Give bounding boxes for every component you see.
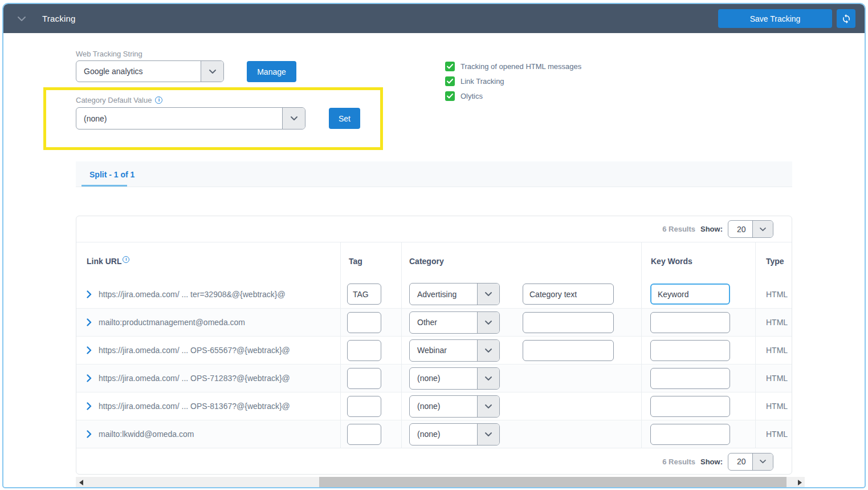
results-bar-top: 6 Results Show: 20 xyxy=(76,216,792,242)
category-text-input[interactable] xyxy=(523,284,614,305)
category-default-label-row: Category Default Value i xyxy=(76,96,162,104)
chevron-down-icon xyxy=(477,396,499,417)
tag-input[interactable] xyxy=(347,396,381,417)
show-count-select[interactable]: 20 xyxy=(728,220,773,238)
keywords-input[interactable] xyxy=(650,284,730,305)
titlebar: Tracking Save Tracking xyxy=(3,4,865,33)
column-header-category: Category xyxy=(401,242,641,280)
scroll-left-arrow[interactable] xyxy=(76,477,86,488)
expand-row-icon[interactable] xyxy=(87,290,92,298)
tag-input[interactable] xyxy=(347,284,381,305)
links-table: 6 Results Show: 20 Link URL i Tag Catego… xyxy=(76,216,792,475)
scroll-right-arrow[interactable] xyxy=(794,477,805,488)
category-default-label: Category Default Value xyxy=(76,96,152,104)
column-header-link-url: Link URL i xyxy=(76,242,340,280)
link-url-text: https://jira.omeda.com/ ... OPS-81367?@{… xyxy=(99,402,290,411)
checkmark-icon xyxy=(447,79,453,84)
link-url-text: https://jira.omeda.com/ ... ter=32908&@{… xyxy=(99,290,286,299)
category-default-select[interactable]: (none) xyxy=(76,107,305,129)
web-tracking-select-value: Google analytics xyxy=(76,61,201,82)
tag-input[interactable] xyxy=(347,340,381,361)
link-url-text: mailto:lkwidd@omeda.com xyxy=(99,430,194,439)
category-select[interactable]: Advertising xyxy=(409,283,500,305)
category-select[interactable]: Webinar xyxy=(409,339,500,362)
table-row: https://jira.omeda.com/ ... OPS-71283?@{… xyxy=(76,364,792,392)
category-select-value: (none) xyxy=(410,424,477,445)
expand-row-icon[interactable] xyxy=(87,346,92,354)
tab-split-1[interactable]: Split - 1 of 1 xyxy=(81,161,142,187)
show-label: Show: xyxy=(700,225,723,233)
split-tabbar: Split - 1 of 1 xyxy=(76,161,792,187)
tracking-options: Tracking of opened HTML messages Link Tr… xyxy=(445,62,581,101)
link-url-text: mailto:productmanagement@omeda.com xyxy=(99,318,245,327)
expand-row-icon[interactable] xyxy=(87,374,92,382)
tag-input[interactable] xyxy=(347,368,381,389)
manage-button[interactable]: Manage xyxy=(247,61,296,82)
opened-html-checkbox[interactable] xyxy=(445,62,455,71)
web-tracking-label: Web Tracking String xyxy=(76,50,142,58)
info-icon[interactable]: i xyxy=(123,256,129,263)
category-select-value: Advertising xyxy=(410,284,477,305)
keywords-input[interactable] xyxy=(650,424,730,445)
checkmark-icon xyxy=(447,94,453,99)
column-header-type: Type xyxy=(755,242,793,280)
category-select-value: (none) xyxy=(410,368,477,389)
active-tab-indicator xyxy=(81,185,127,187)
table-row: https://jira.omeda.com/ ... OPS-81367?@{… xyxy=(76,392,792,420)
info-icon[interactable]: i xyxy=(155,96,162,104)
category-select-value: Webinar xyxy=(410,340,477,361)
keywords-input[interactable] xyxy=(650,340,730,361)
row-type: HTML xyxy=(766,290,788,299)
checkbox-row-olytics: Olytics xyxy=(445,91,581,101)
checkbox-row-link-tracking: Link Tracking xyxy=(445,76,581,86)
keywords-input[interactable] xyxy=(650,396,730,417)
page-title: Tracking xyxy=(42,14,76,23)
collapse-chevron-icon[interactable] xyxy=(17,16,26,22)
titlebar-actions: Save Tracking xyxy=(718,9,855,28)
expand-row-icon[interactable] xyxy=(87,318,92,326)
chevron-down-icon xyxy=(477,312,499,333)
category-select[interactable]: Other xyxy=(409,311,500,334)
show-count-value: 20 xyxy=(728,453,752,470)
category-select[interactable]: (none) xyxy=(409,423,500,446)
chevron-down-icon xyxy=(752,221,773,237)
chevron-down-icon xyxy=(477,340,499,361)
save-tracking-button[interactable]: Save Tracking xyxy=(718,9,832,28)
checkbox-row-opened-html: Tracking of opened HTML messages xyxy=(445,62,581,71)
keywords-input[interactable] xyxy=(650,312,730,333)
web-tracking-select[interactable]: Google analytics xyxy=(76,60,224,82)
olytics-checkbox[interactable] xyxy=(445,91,455,101)
scrollbar-track[interactable] xyxy=(86,477,794,488)
table-row: https://jira.omeda.com/ ... ter=32908&@{… xyxy=(76,280,792,308)
checkbox-label: Tracking of opened HTML messages xyxy=(461,62,581,71)
show-count-select[interactable]: 20 xyxy=(728,453,773,471)
category-text-input[interactable] xyxy=(523,312,614,333)
chevron-down-icon xyxy=(477,424,499,445)
chevron-down-icon xyxy=(752,453,773,470)
checkbox-label: Olytics xyxy=(461,92,483,100)
horizontal-scrollbar[interactable] xyxy=(76,477,805,488)
keywords-input[interactable] xyxy=(650,368,730,389)
table-row: https://jira.omeda.com/ ... OPS-65567?@{… xyxy=(76,336,792,364)
expand-row-icon[interactable] xyxy=(87,402,92,410)
category-select-value: (none) xyxy=(410,396,477,417)
link-tracking-checkbox[interactable] xyxy=(445,76,455,86)
table-row: mailto:lkwidd@omeda.com (none) HTML xyxy=(76,420,792,448)
category-text-input[interactable] xyxy=(523,340,614,361)
scrollbar-thumb[interactable] xyxy=(319,477,787,488)
category-default-select-value: (none) xyxy=(76,108,282,129)
refresh-button[interactable] xyxy=(837,9,855,28)
chevron-down-icon xyxy=(477,368,499,389)
expand-row-icon[interactable] xyxy=(87,430,92,438)
category-select[interactable]: (none) xyxy=(409,395,500,418)
category-select[interactable]: (none) xyxy=(409,367,500,390)
row-type: HTML xyxy=(766,318,788,327)
tag-input[interactable] xyxy=(347,424,381,445)
table-header-row: Link URL i Tag Category Key Words Type xyxy=(76,242,792,280)
category-select-value: Other xyxy=(410,312,477,333)
checkbox-label: Link Tracking xyxy=(461,77,504,86)
tag-input[interactable] xyxy=(347,312,381,333)
set-button[interactable]: Set xyxy=(329,108,360,129)
row-type: HTML xyxy=(766,374,788,383)
chevron-down-icon xyxy=(477,284,499,305)
